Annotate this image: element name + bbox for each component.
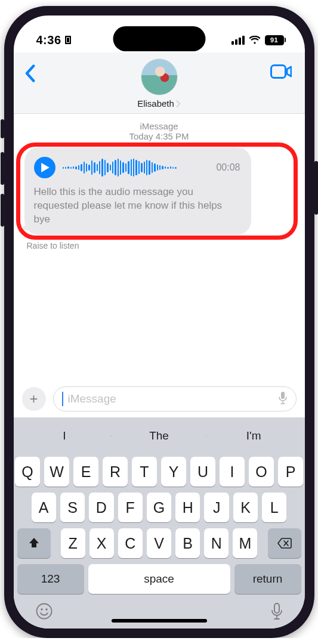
contact-name: Elisabeth xyxy=(137,98,174,109)
key-c[interactable]: C xyxy=(118,528,143,558)
key-z[interactable]: Z xyxy=(61,528,85,558)
plus-button[interactable]: + xyxy=(22,387,46,411)
svg-point-3 xyxy=(41,608,42,610)
key-i[interactable]: I xyxy=(220,457,245,487)
message-placeholder: iMessage xyxy=(68,392,273,405)
key-y[interactable]: Y xyxy=(161,457,186,487)
key-m[interactable]: M xyxy=(233,528,257,558)
key-h[interactable]: H xyxy=(175,493,200,522)
key-b[interactable]: B xyxy=(175,528,200,558)
key-u[interactable]: U xyxy=(190,457,215,487)
cell-signal-icon xyxy=(231,36,245,45)
key-v[interactable]: V xyxy=(147,528,171,558)
contact-name-button[interactable]: Elisabeth xyxy=(137,98,181,109)
key-g[interactable]: G xyxy=(147,493,171,522)
key-r[interactable]: R xyxy=(103,457,128,487)
chevron-right-icon xyxy=(175,100,181,107)
key-f[interactable]: F xyxy=(118,493,143,522)
audio-transcript: Hello this is the audio message you requ… xyxy=(34,185,240,227)
suggestion-3[interactable]: I'm xyxy=(206,429,301,442)
svg-rect-1 xyxy=(281,392,285,399)
emoji-key[interactable] xyxy=(35,602,53,620)
svg-rect-0 xyxy=(271,66,285,78)
key-t[interactable]: T xyxy=(132,457,157,487)
key-o[interactable]: O xyxy=(249,457,274,487)
key-x[interactable]: X xyxy=(89,528,114,558)
audio-message-bubble[interactable]: 00:08 Hello this is the audio message yo… xyxy=(24,147,251,235)
suggestion-1[interactable]: I xyxy=(17,429,112,442)
battery-icon: 91 xyxy=(265,35,286,45)
play-icon xyxy=(41,163,50,172)
key-k[interactable]: K xyxy=(233,493,258,522)
status-time: 4:36 xyxy=(36,33,61,47)
conversation-header: Elisabeth xyxy=(14,52,305,114)
play-button[interactable] xyxy=(34,157,55,178)
keyboard: I The I'm QWERTYUIOP ASDFGHJKL ZXCVBNM 1… xyxy=(14,417,305,628)
key-a[interactable]: A xyxy=(32,493,56,522)
audio-duration: 00:08 xyxy=(216,162,240,173)
space-key[interactable]: space xyxy=(88,564,230,594)
key-j[interactable]: J xyxy=(204,493,229,522)
emoji-icon xyxy=(35,602,53,620)
raise-to-listen-hint: Raise to listen xyxy=(27,241,294,250)
back-button[interactable] xyxy=(24,64,35,85)
predictive-row: I The I'm xyxy=(17,421,301,451)
conversation-area[interactable]: iMessage Today 4:35 PM 00:08 Hello this … xyxy=(14,114,305,382)
mic-key[interactable] xyxy=(270,602,283,620)
audio-waveform[interactable] xyxy=(63,157,209,178)
shift-key[interactable] xyxy=(17,528,51,558)
svg-point-4 xyxy=(45,608,47,610)
delete-key[interactable] xyxy=(268,528,301,558)
home-indicator[interactable] xyxy=(112,619,207,623)
key-d[interactable]: D xyxy=(89,493,113,522)
svg-point-2 xyxy=(36,604,51,619)
shift-icon xyxy=(27,537,41,550)
numbers-key[interactable]: 123 xyxy=(17,564,84,594)
key-q[interactable]: Q xyxy=(15,457,40,487)
wifi-icon xyxy=(249,36,261,45)
contact-avatar[interactable] xyxy=(141,58,178,95)
dictation-icon[interactable] xyxy=(278,391,288,407)
suggestion-2[interactable]: The xyxy=(112,429,206,442)
facetime-button[interactable] xyxy=(270,64,292,81)
return-key[interactable]: return xyxy=(234,564,301,594)
key-e[interactable]: E xyxy=(73,457,98,487)
key-s[interactable]: S xyxy=(60,493,85,522)
delete-icon xyxy=(277,537,292,549)
sim-icon xyxy=(65,36,71,44)
svg-rect-5 xyxy=(274,603,279,613)
message-input[interactable]: iMessage xyxy=(53,386,297,411)
key-l[interactable]: L xyxy=(262,493,286,522)
key-w[interactable]: W xyxy=(44,457,69,487)
text-caret xyxy=(62,392,63,406)
conversation-timestamp: Today 4:35 PM xyxy=(24,131,294,141)
microphone-icon xyxy=(270,602,283,620)
key-n[interactable]: N xyxy=(204,528,229,558)
composer-row: + iMessage xyxy=(14,382,305,417)
service-label: iMessage xyxy=(24,121,294,131)
key-p[interactable]: P xyxy=(278,457,303,487)
